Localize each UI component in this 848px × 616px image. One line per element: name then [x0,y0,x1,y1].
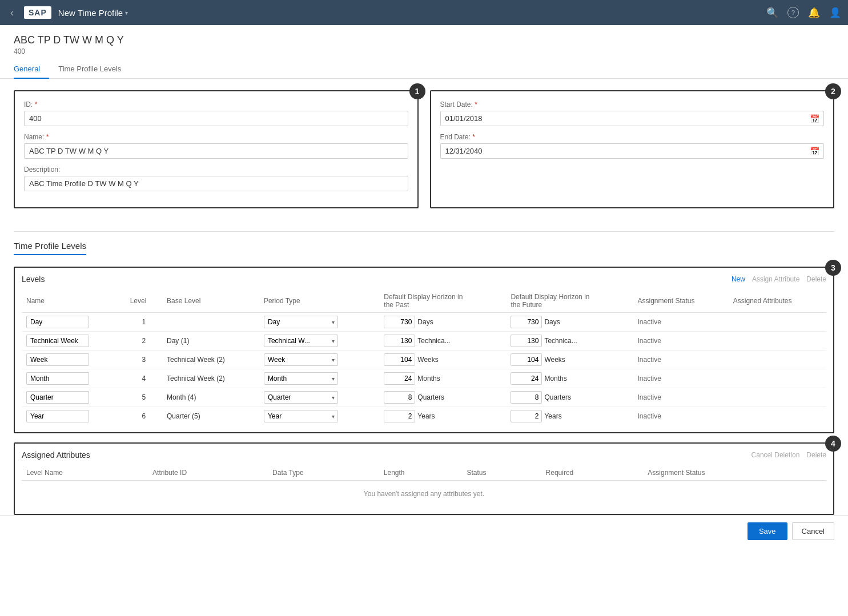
new-level-button[interactable]: New [732,275,745,283]
description-label: Description: [24,166,408,174]
levels-badge: 3 [825,260,841,276]
period-type-select-2[interactable]: Week [264,353,338,366]
tab-general[interactable]: General [14,60,49,79]
cell-base-level-0 [162,313,259,332]
name-cell-input-4[interactable] [26,391,89,404]
description-field-group: Description: [24,166,408,191]
horizon-future-input-4[interactable] [511,391,542,404]
assigned-attrs-section: 4 Assigned Attributes Cancel Deletion De… [14,442,834,515]
cell-horizon-future-0: Days [506,313,633,332]
period-type-select-3[interactable]: Month [264,372,338,385]
horizon-past-input-5[interactable] [384,410,415,422]
horizon-past-input-2[interactable] [384,353,415,366]
horizon-future-input-0[interactable] [511,316,542,328]
title-dropdown-arrow[interactable]: ▾ [125,10,128,16]
horizon-future-unit-5: Years [544,412,561,420]
horizon-future-unit-4: Quarters [544,393,571,401]
cell-base-level-1: Day (1) [162,332,259,351]
header-icons: 🔍 ? 🔔 👤 [766,7,841,19]
cell-horizon-future-4: Quarters [506,388,633,407]
cell-assignment-status-1: Inactive [633,332,728,351]
levels-section: Time Profile Levels 3 Levels New Assign … [0,241,848,515]
cell-base-level-4: Month (4) [162,388,259,407]
cell-level-1: 2 [126,332,162,351]
horizon-future-input-3[interactable] [511,372,542,385]
search-icon[interactable]: 🔍 [766,7,778,19]
cell-level-2: 3 [126,351,162,369]
form-section-2: 2 Start Date: 📅 End Date: 📅 [430,90,835,208]
cell-period-type-1: Technical W... ▾ [259,332,379,351]
period-type-select-4[interactable]: Quarter [264,391,338,404]
start-date-calendar-icon[interactable]: 📅 [810,114,819,123]
id-label: ID: [24,100,408,108]
name-cell-input-2[interactable] [26,353,89,366]
horizon-past-input-3[interactable] [384,372,415,385]
cell-horizon-past-5: Years [379,407,506,426]
attrs-table: Level Name Attribute ID Data Type Length… [22,465,826,507]
form-section-1: 1 ID: Name: Description: [14,90,419,208]
horizon-future-unit-3: Months [544,375,566,383]
horizon-future-input-5[interactable] [511,410,542,422]
table-row: 6 Quarter (5) Year ▾ Years Y [22,407,826,426]
cell-assignment-status-3: Inactive [633,369,728,388]
page-footer: Save Cancel [0,515,848,547]
name-input[interactable] [24,143,408,159]
page-title: ABC TP D TW W M Q Y [14,34,834,46]
id-input[interactable] [24,111,408,126]
tab-time-profile-levels[interactable]: Time Profile Levels [58,60,130,79]
start-date-input[interactable] [440,111,825,126]
col-assignment-status-attrs: Assignment Status [643,465,826,481]
cell-period-type-5: Year ▾ [259,407,379,426]
col-level: Level [126,289,162,313]
back-button[interactable]: ‹ [7,7,17,19]
cell-horizon-past-0: Days [379,313,506,332]
table-row: 4 Technical Week (2) Month ▾ Months [22,369,826,388]
cell-base-level-5: Quarter (5) [162,407,259,426]
col-horizon-future: Default Display Horizon inthe Future [506,289,633,313]
horizon-future-input-2[interactable] [511,353,542,366]
horizon-past-unit-1: Technica... [417,337,450,345]
cell-horizon-future-2: Weeks [506,351,633,369]
horizon-past-input-0[interactable] [384,316,415,328]
end-date-input[interactable] [440,143,825,159]
cell-horizon-future-3: Months [506,369,633,388]
table-row: 2 Day (1) Technical W... ▾ Technica... [22,332,826,351]
period-type-select-5[interactable]: Year [264,410,338,422]
end-date-wrapper: 📅 [440,143,825,159]
table-actions: New Assign Attribute Delete [732,275,826,283]
col-required: Required [541,465,644,481]
horizon-past-input-1[interactable] [384,335,415,347]
end-date-calendar-icon[interactable]: 📅 [810,147,819,156]
name-cell-input-1[interactable] [26,335,89,347]
cell-base-level-2: Technical Week (2) [162,351,259,369]
horizon-past-input-4[interactable] [384,391,415,404]
user-icon[interactable]: 👤 [829,7,841,19]
save-button[interactable]: Save [747,522,787,540]
sap-logo: SAP [24,6,51,19]
levels-table-area: 3 Levels New Assign Attribute Delete Nam… [14,267,834,433]
cancel-deletion-button[interactable]: Cancel Deletion [751,451,800,459]
name-cell-input-3[interactable] [26,372,89,385]
attrs-badge: 4 [825,436,841,452]
cell-period-type-3: Month ▾ [259,369,379,388]
period-type-select-1[interactable]: Technical W... [264,335,338,347]
delete-level-button[interactable]: Delete [806,275,826,283]
period-type-select-0[interactable]: Day [264,316,338,328]
attrs-table-actions: Cancel Deletion Delete [751,451,826,459]
cell-name-1 [22,332,126,351]
horizon-future-unit-0: Days [544,318,560,326]
name-cell-input-5[interactable] [26,410,89,422]
name-cell-input-0[interactable] [26,316,89,328]
delete-attrs-button[interactable]: Delete [806,451,826,459]
bell-icon[interactable]: 🔔 [808,7,820,19]
assign-attribute-button[interactable]: Assign Attribute [752,275,799,283]
levels-table-header: Levels New Assign Attribute Delete [22,275,826,284]
cancel-button[interactable]: Cancel [792,522,834,540]
cell-horizon-past-4: Quarters [379,388,506,407]
col-name: Name [22,289,126,313]
description-input[interactable] [24,176,408,191]
assigned-attrs-title: Assigned Attributes [22,450,90,460]
cell-name-5 [22,407,126,426]
help-icon[interactable]: ? [787,7,799,18]
horizon-future-input-1[interactable] [511,335,542,347]
